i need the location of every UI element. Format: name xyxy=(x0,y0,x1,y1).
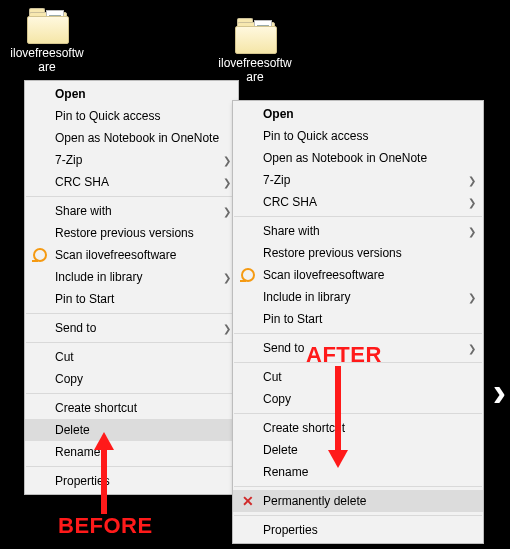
menu-item-delete[interactable]: Delete xyxy=(25,419,238,441)
menu-item-crc-sha[interactable]: CRC SHA❯ xyxy=(233,191,483,213)
menu-item-pin-to-quick-access[interactable]: Pin to Quick access xyxy=(25,105,238,127)
menu-item-7-zip[interactable]: 7-Zip❯ xyxy=(233,169,483,191)
chevron-right-icon: ❯ xyxy=(223,206,231,217)
menu-item-copy[interactable]: Copy xyxy=(233,388,483,410)
annotation-before: BEFORE xyxy=(58,513,153,539)
menu-item-pin-to-start[interactable]: Pin to Start xyxy=(233,308,483,330)
menu-item-label: Pin to Quick access xyxy=(263,129,368,143)
menu-item-label: Properties xyxy=(263,523,318,537)
menu-item-send-to[interactable]: Send to❯ xyxy=(25,317,238,339)
menu-separator xyxy=(234,515,482,516)
context-menu-after: OpenPin to Quick accessOpen as Notebook … xyxy=(232,100,484,544)
menu-item-copy[interactable]: Copy xyxy=(25,368,238,390)
menu-item-label: Send to xyxy=(263,341,304,355)
menu-item-properties[interactable]: Properties xyxy=(233,519,483,541)
menu-separator xyxy=(26,342,237,343)
menu-item-restore-previous-versions[interactable]: Restore previous versions xyxy=(233,242,483,264)
arrow-after xyxy=(328,366,348,468)
menu-separator xyxy=(234,486,482,487)
menu-item-share-with[interactable]: Share with❯ xyxy=(233,220,483,242)
menu-item-scan-ilovefreesoftware[interactable]: Scan ilovefreesoftware xyxy=(25,244,238,266)
menu-item-create-shortcut[interactable]: Create shortcut xyxy=(25,397,238,419)
menu-item-label: Open xyxy=(55,87,86,101)
menu-list: OpenPin to Quick accessOpen as Notebook … xyxy=(233,101,483,543)
menu-item-label: Include in library xyxy=(263,290,350,304)
menu-item-include-in-library[interactable]: Include in library❯ xyxy=(25,266,238,288)
menu-separator xyxy=(234,413,482,414)
menu-item-open[interactable]: Open xyxy=(25,83,238,105)
menu-item-properties[interactable]: Properties xyxy=(25,470,238,492)
menu-item-scan-ilovefreesoftware[interactable]: Scan ilovefreesoftware xyxy=(233,264,483,286)
chevron-right-icon: ❯ xyxy=(468,226,476,237)
menu-item-label: 7-Zip xyxy=(263,173,290,187)
chevron-right-icon: ❯ xyxy=(223,272,231,283)
menu-item-label: Send to xyxy=(55,321,96,335)
menu-item-label: Include in library xyxy=(55,270,142,284)
menu-item-open[interactable]: Open xyxy=(233,103,483,125)
background-glyph: › xyxy=(493,370,506,415)
menu-item-label: Pin to Start xyxy=(55,292,114,306)
menu-item-label: Cut xyxy=(263,370,282,384)
chevron-right-icon: ❯ xyxy=(468,292,476,303)
menu-item-crc-sha[interactable]: CRC SHA❯ xyxy=(25,171,238,193)
menu-separator xyxy=(234,216,482,217)
scan-icon xyxy=(32,247,48,263)
menu-item-cut[interactable]: Cut xyxy=(233,366,483,388)
menu-item-pin-to-start[interactable]: Pin to Start xyxy=(25,288,238,310)
menu-item-label: Pin to Quick access xyxy=(55,109,160,123)
menu-item-label: Open as Notebook in OneNote xyxy=(55,131,219,145)
menu-item-label: CRC SHA xyxy=(263,195,317,209)
arrow-before xyxy=(94,432,114,514)
menu-item-label: Restore previous versions xyxy=(263,246,402,260)
chevron-right-icon: ❯ xyxy=(223,323,231,334)
folder-icon xyxy=(25,8,69,44)
menu-item-label: Pin to Start xyxy=(263,312,322,326)
chevron-right-icon: ❯ xyxy=(223,155,231,166)
scan-icon xyxy=(240,267,256,283)
menu-list: OpenPin to Quick accessOpen as Notebook … xyxy=(25,81,238,494)
menu-separator xyxy=(26,196,237,197)
chevron-right-icon: ❯ xyxy=(468,343,476,354)
menu-separator xyxy=(26,313,237,314)
menu-item-label: Rename xyxy=(263,465,308,479)
menu-item-restore-previous-versions[interactable]: Restore previous versions xyxy=(25,222,238,244)
menu-item-label: 7-Zip xyxy=(55,153,82,167)
menu-item-rename[interactable]: Rename xyxy=(233,461,483,483)
desktop-folder-right[interactable]: ilovefreesoftware xyxy=(216,18,294,84)
menu-item-label: Delete xyxy=(263,443,298,457)
menu-item-label: Scan ilovefreesoftware xyxy=(55,248,176,262)
menu-item-label: Share with xyxy=(263,224,320,238)
chevron-right-icon: ❯ xyxy=(468,197,476,208)
annotation-after: AFTER xyxy=(306,342,382,368)
delete-x-icon: ✕ xyxy=(240,493,256,509)
context-menu-before: OpenPin to Quick accessOpen as Notebook … xyxy=(24,80,239,495)
menu-item-label: Copy xyxy=(55,372,83,386)
chevron-right-icon: ❯ xyxy=(468,175,476,186)
chevron-right-icon: ❯ xyxy=(223,177,231,188)
menu-item-pin-to-quick-access[interactable]: Pin to Quick access xyxy=(233,125,483,147)
menu-item-open-as-notebook-in-onenote[interactable]: Open as Notebook in OneNote xyxy=(233,147,483,169)
menu-item-include-in-library[interactable]: Include in library❯ xyxy=(233,286,483,308)
menu-item-open-as-notebook-in-onenote[interactable]: Open as Notebook in OneNote xyxy=(25,127,238,149)
menu-item-rename[interactable]: Rename xyxy=(25,441,238,463)
desktop-folder-left[interactable]: ilovefreesoftware xyxy=(8,8,86,74)
menu-item-7-zip[interactable]: 7-Zip❯ xyxy=(25,149,238,171)
menu-item-cut[interactable]: Cut xyxy=(25,346,238,368)
menu-separator xyxy=(26,466,237,467)
menu-item-label: Permanently delete xyxy=(263,494,366,508)
menu-item-label: Copy xyxy=(263,392,291,406)
menu-item-create-shortcut[interactable]: Create shortcut xyxy=(233,417,483,439)
menu-item-label: Share with xyxy=(55,204,112,218)
folder-label: ilovefreesoftware xyxy=(8,46,86,74)
menu-item-permanently-delete[interactable]: ✕Permanently delete xyxy=(233,490,483,512)
menu-item-label: Scan ilovefreesoftware xyxy=(263,268,384,282)
folder-icon xyxy=(233,18,277,54)
menu-item-label: Restore previous versions xyxy=(55,226,194,240)
menu-item-label: Cut xyxy=(55,350,74,364)
menu-separator xyxy=(26,393,237,394)
menu-item-label: CRC SHA xyxy=(55,175,109,189)
menu-item-label: Open xyxy=(263,107,294,121)
menu-item-delete[interactable]: Delete xyxy=(233,439,483,461)
menu-item-share-with[interactable]: Share with❯ xyxy=(25,200,238,222)
menu-item-label: Delete xyxy=(55,423,90,437)
